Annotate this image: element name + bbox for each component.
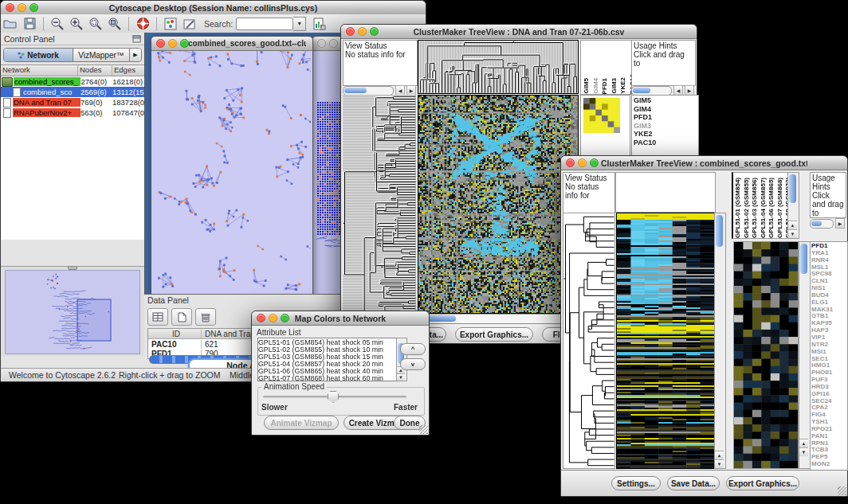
search-dropdown-button[interactable]: ▼ xyxy=(293,17,306,31)
gene-label[interactable]: PAC10 xyxy=(634,139,697,147)
save-session-button[interactable] xyxy=(21,16,38,31)
column-labels-strip: GPL51-01 (GSM854)GPL51-02 (GSM855)GPL51-… xyxy=(732,172,791,239)
new-attribute-button[interactable] xyxy=(171,308,192,326)
zoom-in-button[interactable] xyxy=(68,16,85,31)
network-row[interactable]: DNA and Tran 07769(0)183728(0) xyxy=(1,97,144,107)
plugin-manager-button[interactable] xyxy=(162,16,179,31)
zoom-out-button[interactable] xyxy=(49,16,66,31)
move-up-button[interactable]: ^ xyxy=(400,343,426,355)
network-view-titlebar[interactable]: combined_scores_good.txt--cluste... xyxy=(151,37,312,51)
main-titlebar[interactable]: Cytoscape Desktop (Session Name: collins… xyxy=(1,1,426,15)
float-panel-icon[interactable] xyxy=(132,35,141,43)
treeview-dna-titlebar[interactable]: ClusterMaker TreeView : DNA and Tran 07-… xyxy=(341,25,697,39)
usage-hints-scrollbar[interactable]: ▶ xyxy=(810,218,845,229)
labels-scrollbar[interactable]: ▲ ▼ xyxy=(787,172,799,239)
row-dendrogram-canvas[interactable] xyxy=(563,213,615,469)
heatmap-canvas[interactable] xyxy=(616,213,715,469)
open-file-button[interactable] xyxy=(2,16,19,31)
row-dendrogram-canvas[interactable] xyxy=(343,95,416,322)
attribute-list-item[interactable]: GPL51-02 (GSM855) heat shock 10 min xyxy=(258,346,397,353)
col-nodes[interactable]: Nodes xyxy=(78,65,112,76)
network-view-canvas[interactable] xyxy=(151,51,311,294)
network-row[interactable]: combined_scores_2764(0)16218(0) xyxy=(1,76,144,87)
attribute-list-item[interactable]: GPL51-06 (GSM865) heat shock 40 min xyxy=(258,367,397,374)
zoom-selected-button[interactable] xyxy=(87,16,104,31)
close-button[interactable] xyxy=(317,39,326,48)
close-button[interactable] xyxy=(156,39,165,48)
scroll-down-icon[interactable]: ▼ xyxy=(715,459,724,468)
tab-overflow-button[interactable]: ▶ xyxy=(130,49,141,61)
heatmap-canvas[interactable] xyxy=(418,95,579,314)
node-count: 2764(0) xyxy=(80,77,112,86)
close-button[interactable] xyxy=(346,27,355,36)
scroll-up-icon[interactable]: ▲ xyxy=(715,451,724,459)
fit-content-button[interactable] xyxy=(106,16,124,31)
heatmap-v-scrollbar[interactable]: ▲ ▼ xyxy=(714,213,726,469)
gene-label[interactable]: GIM4 xyxy=(634,105,697,114)
report-button[interactable] xyxy=(311,16,328,31)
close-button[interactable] xyxy=(257,314,265,322)
scroll-up-icon[interactable]: ▲ xyxy=(799,439,808,447)
col-edges[interactable]: Edges xyxy=(112,65,144,76)
zoom-button[interactable] xyxy=(590,158,599,167)
export-graphics-button[interactable]: Export Graphics... xyxy=(455,327,533,342)
delete-attribute-button[interactable] xyxy=(195,308,216,326)
save-data-button[interactable]: Save Data... xyxy=(667,476,720,490)
edge-count: 107847(0) xyxy=(112,108,144,117)
minimize-button[interactable] xyxy=(578,158,587,167)
move-down-button[interactable]: v xyxy=(400,358,426,370)
col-network[interactable]: Network xyxy=(1,65,78,76)
zoom-heatmap-canvas[interactable] xyxy=(733,241,799,469)
minimize-button[interactable] xyxy=(358,27,367,36)
scroll-down-icon[interactable]: ▼ xyxy=(397,373,405,381)
gene-label[interactable]: GIM3 xyxy=(634,122,697,131)
close-button[interactable] xyxy=(566,158,575,167)
attribute-list-item[interactable]: GPL51-01 (GSM854) heat shock 05 min xyxy=(258,338,397,346)
tab-network[interactable]: Network xyxy=(4,49,73,61)
gene-label[interactable]: YKE2 xyxy=(634,130,697,139)
folder-icon xyxy=(2,77,13,87)
animate-vizmap-button[interactable]: Animate Vizmap xyxy=(264,416,339,430)
id-column-header[interactable]: ID xyxy=(148,330,202,338)
attribute-list-item[interactable]: GPL51-04 (GSM857) heat shock 20 min xyxy=(258,360,397,367)
gene-label[interactable]: PFD1 xyxy=(634,113,697,122)
scroll-right-icon[interactable]: ▶ xyxy=(835,218,845,229)
scroll-pill[interactable] xyxy=(810,219,834,229)
annotation-button[interactable] xyxy=(181,16,198,31)
help-lifebuoy-button[interactable] xyxy=(134,16,151,31)
minimize-button[interactable] xyxy=(329,39,338,48)
resize-grip[interactable] xyxy=(419,425,428,434)
birds-eye-view-canvas[interactable] xyxy=(5,270,140,354)
scroll-pill[interactable] xyxy=(343,86,394,96)
minimize-button[interactable] xyxy=(18,3,26,12)
resize-grip[interactable] xyxy=(838,486,846,495)
network-row[interactable]: combined_sco2569(6)13112(15) xyxy=(1,87,144,97)
column-dendrogram-area[interactable] xyxy=(615,172,716,213)
attribute-list-item[interactable]: GPL51-03 (GSM856) heat shock 15 min xyxy=(258,353,397,360)
zoom-button[interactable] xyxy=(281,314,289,322)
correlation-matrix-canvas[interactable] xyxy=(583,98,620,133)
tab-vizmapper[interactable]: VizMapper™ xyxy=(73,49,130,61)
minimize-button[interactable] xyxy=(168,39,177,48)
column-dendrogram-canvas[interactable] xyxy=(418,40,579,94)
scroll-pill[interactable] xyxy=(631,86,672,96)
attribute-grid-button[interactable] xyxy=(147,308,168,326)
scroll-down-icon[interactable]: ▼ xyxy=(799,447,808,456)
gene-label[interactable]: MON2 xyxy=(811,461,846,468)
minimize-button[interactable] xyxy=(269,314,277,322)
dialog-titlebar[interactable]: Map Colors to Network xyxy=(252,311,429,326)
gene-label[interactable]: GIM5 xyxy=(634,96,697,105)
attribute-list-item[interactable]: GPL51-07 (GSM868) heat shock 60 min xyxy=(258,374,397,381)
scroll-down-icon[interactable]: ▼ xyxy=(788,229,797,238)
zoom-button[interactable] xyxy=(370,27,379,36)
close-button[interactable] xyxy=(6,3,14,12)
zoom-button[interactable] xyxy=(180,39,189,48)
zoom-button[interactable] xyxy=(29,3,38,12)
genelist-scrollbar[interactable]: ▲ ▼ xyxy=(799,241,811,469)
network-row[interactable]: RNAPuberNov2+563(0)107847(0) xyxy=(1,107,144,118)
scroll-up-icon[interactable]: ▲ xyxy=(788,221,797,229)
export-graphics-button[interactable]: Export Graphics... xyxy=(726,476,799,490)
settings-button[interactable]: Settings... xyxy=(611,476,661,490)
treeview-combined-titlebar[interactable]: ClusterMaker TreeView : combined_scores_… xyxy=(561,156,847,170)
search-input[interactable] xyxy=(236,18,293,30)
